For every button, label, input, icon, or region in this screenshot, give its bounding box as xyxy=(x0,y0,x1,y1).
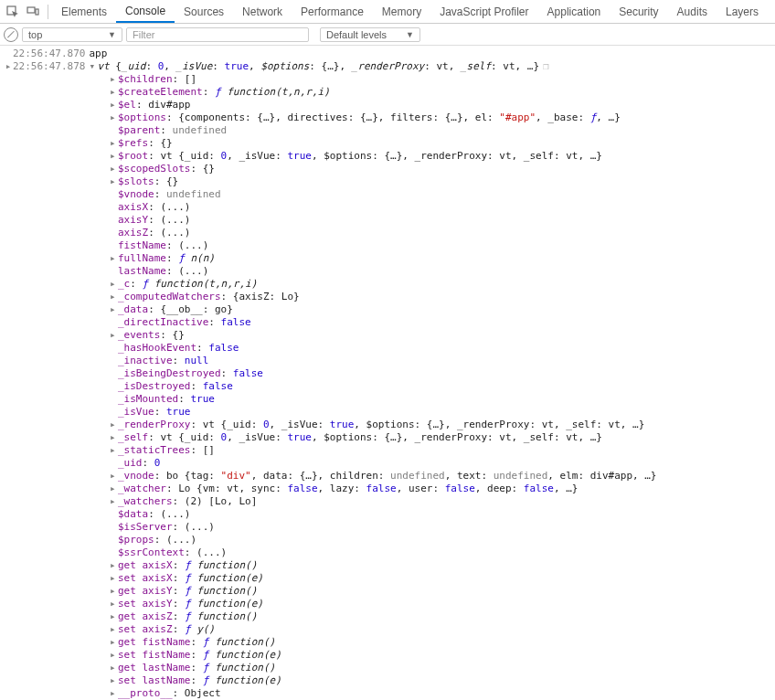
prop-row[interactable]: ▸__proto__: Object xyxy=(110,687,775,700)
prop-row[interactable]: ▸set axisX: ƒ function(e) xyxy=(110,572,775,585)
timestamp: 22:56:47.870 xyxy=(13,48,85,60)
prop-row[interactable]: ▸get axisZ: ƒ function() xyxy=(110,610,775,623)
console-subbar: top ▼ Filter Default levels ▼ xyxy=(0,24,775,46)
tab-application[interactable]: Application xyxy=(538,0,610,23)
prop-row[interactable]: ▸_watcher: Lo {vm: vt, sync: false, lazy… xyxy=(110,483,775,495)
prop-row[interactable]: axisY: (...) xyxy=(110,214,775,227)
prop-row[interactable]: ▸_renderProxy: vt {_uid: 0, _isVue: true… xyxy=(110,419,775,431)
prop-row[interactable]: $props: (...) xyxy=(110,534,775,546)
log-message: app xyxy=(89,48,107,60)
tab-sources[interactable]: Sources xyxy=(175,0,233,23)
svg-rect-1 xyxy=(27,7,35,13)
tab-security[interactable]: Security xyxy=(610,0,667,23)
prop-row[interactable]: ▸$refs: {} xyxy=(110,137,775,150)
timestamp: 22:56:47.878 xyxy=(13,60,85,73)
tab-jsprofiler[interactable]: JavaScript Profiler xyxy=(430,0,537,23)
chevron-down-icon: ▼ xyxy=(108,30,116,39)
prop-row[interactable]: ▸$options: {components: {…}, directives:… xyxy=(110,111,775,124)
prop-row[interactable]: ▸$children: [] xyxy=(110,73,775,86)
tab-layers[interactable]: Layers xyxy=(717,0,768,23)
prop-row[interactable]: ▸_watchers: (2) [Lo, Lo] xyxy=(110,495,775,508)
prop-row[interactable]: ▸_self: vt {_uid: 0, _isVue: true, $opti… xyxy=(110,431,775,444)
prop-row[interactable]: ▸set axisZ: ƒ y() xyxy=(110,623,775,636)
console-output: 22:56:47.870 app ▸ 22:56:47.878 ▾vt {_ui… xyxy=(0,46,775,700)
panel-tabs: Elements Console Sources Network Perform… xyxy=(52,0,768,23)
prop-row[interactable]: $data: (...) xyxy=(110,508,775,521)
tab-audits[interactable]: Audits xyxy=(668,0,717,23)
prop-row[interactable]: _directInactive: false xyxy=(110,316,775,329)
prop-row[interactable]: ▸get fistName: ƒ function() xyxy=(110,636,775,649)
prop-row[interactable]: ▸set lastName: ƒ function(e) xyxy=(110,674,775,687)
prop-row[interactable]: ▸$scopedSlots: {} xyxy=(110,163,775,175)
copy-icon[interactable]: ❐ xyxy=(543,60,549,72)
prop-row[interactable]: ▸get axisY: ƒ function() xyxy=(110,585,775,598)
expand-icon[interactable]: ▸ xyxy=(4,60,13,73)
device-icon[interactable] xyxy=(24,3,42,21)
log-row[interactable]: 22:56:47.870 app xyxy=(0,48,775,60)
prop-row[interactable]: fistName: (...) xyxy=(110,239,775,252)
prop-row[interactable]: $isServer: (...) xyxy=(110,521,775,534)
object-properties: ▸$children: [] ▸$createElement: ƒ functi… xyxy=(110,73,775,700)
prop-row[interactable]: _isDestroyed: false xyxy=(110,380,775,393)
chevron-down-icon: ▼ xyxy=(406,30,414,39)
prop-row[interactable]: _isBeingDestroyed: false xyxy=(110,367,775,380)
tab-network[interactable]: Network xyxy=(233,0,292,23)
prop-row[interactable]: ▸$el: div#app xyxy=(110,99,775,111)
prop-row[interactable]: axisZ: (...) xyxy=(110,227,775,239)
prop-row[interactable]: _isMounted: true xyxy=(110,393,775,406)
context-select[interactable]: top ▼ xyxy=(22,27,122,42)
prop-row[interactable]: ▸set axisY: ƒ function(e) xyxy=(110,598,775,610)
prop-row[interactable]: axisX: (...) xyxy=(110,201,775,214)
prop-row[interactable]: ▸set fistName: ƒ function(e) xyxy=(110,649,775,662)
prop-row[interactable]: ▸get axisX: ƒ function() xyxy=(110,559,775,572)
devtools-tabbar: Elements Console Sources Network Perform… xyxy=(0,0,775,24)
prop-row[interactable]: _isVue: true xyxy=(110,406,775,419)
prop-row[interactable]: ▸_computedWatchers: {axisZ: Lo} xyxy=(110,291,775,303)
prop-row[interactable]: ▸_c: ƒ function(t,n,r,i) xyxy=(110,278,775,291)
prop-row[interactable]: ▸$root: vt {_uid: 0, _isVue: true, $opti… xyxy=(110,150,775,163)
tab-elements[interactable]: Elements xyxy=(52,0,116,23)
tab-console[interactable]: Console xyxy=(116,0,175,23)
prop-row[interactable]: ▸_data: {__ob__: go} xyxy=(110,303,775,316)
prop-row[interactable]: $parent: undefined xyxy=(110,124,775,137)
prop-row[interactable]: $vnode: undefined xyxy=(110,188,775,201)
levels-label: Default levels xyxy=(326,29,387,40)
prop-row[interactable]: ▸fullName: ƒ n(n) xyxy=(110,252,775,265)
prop-row[interactable]: ▸$slots: {} xyxy=(110,175,775,188)
levels-select[interactable]: Default levels ▼ xyxy=(320,27,420,42)
prop-row[interactable]: lastName: (...) xyxy=(110,265,775,278)
log-row[interactable]: ▸ 22:56:47.878 ▾vt {_uid: 0, _isVue: tru… xyxy=(0,60,775,73)
prop-row[interactable]: ▸_events: {} xyxy=(110,329,775,342)
inspect-icon[interactable] xyxy=(4,3,22,21)
prop-row[interactable]: _uid: 0 xyxy=(110,457,775,470)
log-object-summary[interactable]: ▾vt {_uid: 0, _isVue: true, $options: {…… xyxy=(89,60,548,73)
prop-row[interactable]: ▸_vnode: bo {tag: "div", data: {…}, chil… xyxy=(110,470,775,483)
prop-row[interactable]: ▸$createElement: ƒ function(t,n,r,i) xyxy=(110,86,775,99)
filter-input[interactable]: Filter xyxy=(126,27,309,42)
prop-row[interactable]: ▸_staticTrees: [] xyxy=(110,444,775,457)
svg-rect-2 xyxy=(36,9,38,15)
prop-row[interactable]: _inactive: null xyxy=(110,355,775,367)
prop-row[interactable]: $ssrContext: (...) xyxy=(110,546,775,559)
prop-row[interactable]: _hasHookEvent: false xyxy=(110,342,775,355)
tab-memory[interactable]: Memory xyxy=(373,0,430,23)
prop-row[interactable]: ▸get lastName: ƒ function() xyxy=(110,662,775,674)
tab-performance[interactable]: Performance xyxy=(292,0,373,23)
context-value: top xyxy=(28,29,42,40)
clear-console-icon[interactable] xyxy=(4,27,18,42)
separator xyxy=(48,5,48,19)
